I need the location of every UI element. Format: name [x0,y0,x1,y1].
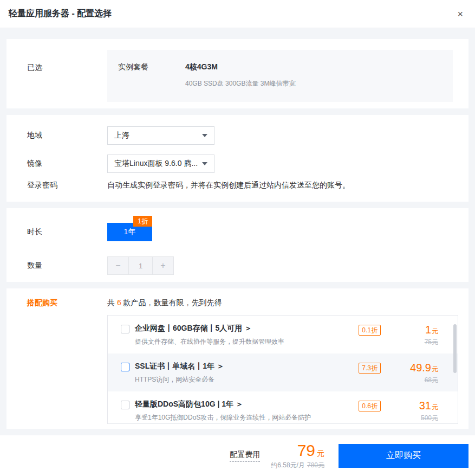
close-icon[interactable]: × [454,7,466,21]
product-row-cloud-drive[interactable]: 企业网盘丨60GB存储丨5人可用＞ 提供文件存储、在线协作等服务，提升数据管理效… [108,316,458,353]
password-desc: 自动生成实例登录密码，并将在实例创建后通过站内信发送至您的账号。 [107,181,350,190]
chevron-right-icon: ＞ [244,324,252,332]
total-price: 79 [297,441,315,459]
purchase-section: 时长 1年 1折 数量 − 1 + [6,208,469,282]
product-original-price: 75元 [388,338,438,347]
bundle-product-list: 企业网盘丨60GB存储丨5人可用＞ 提供文件存储、在线协作等服务，提升数据管理效… [107,315,458,424]
chevron-down-icon [202,162,207,165]
package-desc: 40GB SSD盘 300GB流量 3M峰值带宽 [185,79,295,88]
selected-section: 已选 实例套餐 4核4G3M 40GB SSD盘 300GB流量 3M峰值带宽 [6,39,469,108]
discount-badge: 0.6折 [359,401,381,411]
product-desc: HTTPS访问，网站安全必备 [135,375,224,384]
dialog-title: 轻量应用服务器 - 配置选择 [9,8,112,20]
config-section: 地域 上海 镜像 宝塔Linux面板 9.6.0 腾... 登录密码 自动生成实… [6,115,469,202]
quantity-stepper: − 1 + [107,256,174,275]
product-original-price: 68元 [388,376,438,385]
bundle-label: 搭配购买 [6,298,107,308]
chevron-right-icon: ＞ [217,362,224,370]
buy-now-button[interactable]: 立即购买 [339,444,469,468]
region-select[interactable]: 上海 [107,126,214,145]
discount-badge: 0.1折 [359,325,381,336]
product-row-ssl-cert[interactable]: SSL证书丨单域名丨1年＞ HTTPS访问，网站安全必备 7.3折 49.9元 … [108,353,458,391]
dialog-footer: 配置费用 79元 约6.58元/月780元 立即购买 [0,435,475,476]
product-title-link[interactable]: 企业网盘丨60GB存储丨5人可用＞ [135,324,284,333]
dialog-body: 已选 实例套餐 4核4G3M 40GB SSD盘 300GB流量 3M峰值带宽 … [0,28,475,435]
original-total-price: 780元 [307,461,324,469]
checkbox[interactable] [121,401,129,409]
package-name: 4核4G3M [185,62,295,72]
quantity-plus-button[interactable]: + [152,256,174,275]
product-row-ddos-pack[interactable]: 轻量版DDoS高防包10G | 1年＞ 享受1年10G抵御DDoS攻击，保障业务… [108,391,458,424]
bundle-count: 6 [117,298,121,307]
product-title-link[interactable]: SSL证书丨单域名丨1年＞ [135,362,224,371]
dialog-header: 轻量应用服务器 - 配置选择 × [0,0,475,28]
product-price: 31元 [388,400,438,412]
package-box: 实例套餐 4核4G3M 40GB SSD盘 300GB流量 3M峰值带宽 [107,50,453,102]
product-desc: 享受1年10G抵御DDoS攻击，保障业务连续性，网站必备防护 [135,413,311,422]
cost-block: 79元 约6.58元/月780元 [271,441,324,470]
image-label: 镜像 [6,159,107,169]
monthly-price: 约6.58元/月 [271,461,305,469]
chevron-down-icon [202,134,207,137]
product-price: 1元 [388,324,438,336]
product-price: 49.9元 [388,362,438,374]
config-dialog: 轻量应用服务器 - 配置选择 × 已选 实例套餐 4核4G3M 40GB SSD… [0,0,475,476]
checkbox[interactable] [121,363,129,371]
region-value: 上海 [114,131,129,140]
selected-label: 已选 [6,50,107,108]
scrollbar-thumb[interactable] [453,324,457,373]
image-value: 宝塔Linux面板 9.6.0 腾... [114,159,198,169]
image-select[interactable]: 宝塔Linux面板 9.6.0 腾... [107,155,214,173]
checkbox[interactable] [121,325,129,333]
duration-label: 时长 [6,227,107,237]
password-label: 登录密码 [6,181,107,190]
quantity-value[interactable]: 1 [129,256,152,275]
bundle-section: 搭配购买 共 6 款产品，数量有限，先到先得 企业网盘丨60GB存储丨5人可用＞… [6,288,469,429]
quantity-label: 数量 [6,261,107,271]
product-desc: 提供文件存储、在线协作等服务，提升数据管理效率 [135,337,284,346]
duration-discount-badge: 1折 [133,216,152,227]
quantity-minus-button[interactable]: − [107,256,129,275]
chevron-right-icon: ＞ [236,400,243,408]
cost-label[interactable]: 配置费用 [230,450,260,462]
package-label: 实例套餐 [118,62,185,102]
product-original-price: 500元 [388,414,438,423]
bundle-summary: 共 6 款产品，数量有限，先到先得 [107,298,222,308]
region-label: 地域 [6,131,107,140]
discount-badge: 7.3折 [359,363,381,374]
product-title-link[interactable]: 轻量版DDoS高防包10G | 1年＞ [135,400,311,409]
